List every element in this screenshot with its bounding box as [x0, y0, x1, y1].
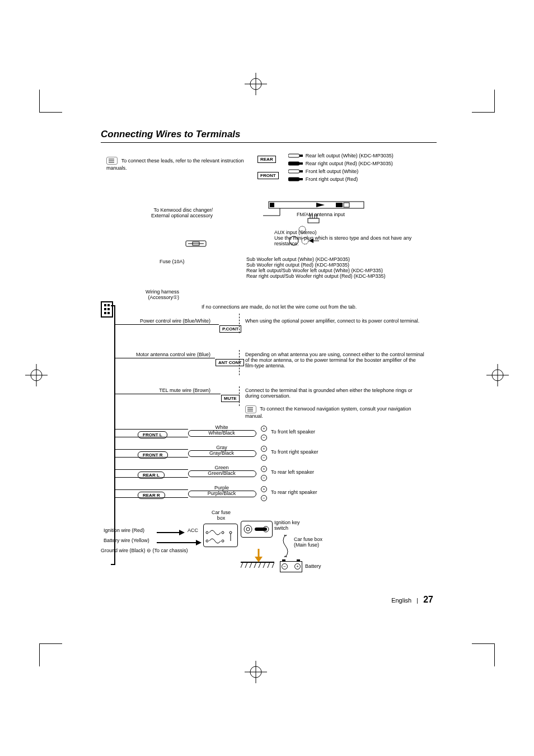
rear-label: REAR — [257, 156, 276, 163]
crop-mark — [472, 90, 495, 113]
rear-left-output: Rear left output (White) (KDC-MP3035) — [306, 153, 394, 158]
svg-point-48 — [206, 540, 208, 542]
fuse-label: Fuse (10A) — [160, 259, 185, 264]
mute-dash — [239, 386, 240, 406]
speaker-color2: Green/Black — [188, 470, 255, 476]
front-left-output: Front left output (White) — [306, 169, 359, 174]
aux-desc: Use the mini-plug which is stereo type a… — [274, 235, 414, 246]
subwoofer-block: Sub Woofer left output (White) (KDC-MP30… — [246, 256, 437, 279]
battery-label: Battery — [305, 563, 321, 569]
svg-rect-54 — [255, 528, 267, 531]
mute-line — [115, 394, 221, 394]
crop-mark — [39, 643, 62, 666]
antcont-dash — [239, 350, 240, 375]
speaker-tag: REAR R — [138, 492, 165, 499]
ignition-switch-icon — [241, 521, 273, 538]
svg-rect-41 — [107, 304, 110, 306]
mute-tag: MUTE — [221, 395, 240, 402]
fuse-icon — [185, 239, 207, 250]
speaker-dest: To front right speaker — [271, 449, 318, 455]
front-right-output: Front right output (Red) — [306, 176, 358, 182]
svg-rect-14 — [288, 162, 299, 165]
svg-line-63 — [250, 562, 252, 568]
footer-lang: English — [391, 597, 411, 604]
intro-note-text: To connect these leads, refer to the rel… — [106, 158, 243, 171]
svg-rect-15 — [299, 162, 303, 165]
antenna-input-label: FM/AM antenna input — [297, 212, 345, 217]
intro-note: To connect these leads, refer to the rel… — [106, 157, 246, 171]
svg-point-49 — [222, 540, 224, 542]
plus-icon: + — [261, 486, 267, 492]
svg-marker-57 — [179, 530, 185, 535]
svg-rect-43 — [107, 308, 110, 310]
speaker-color1: White — [188, 424, 255, 430]
title-rule — [101, 142, 437, 143]
page-footer: English | 27 — [391, 595, 433, 605]
plus-icon: + — [261, 446, 267, 452]
note-icon — [245, 405, 256, 413]
battery-icon: + − — [280, 561, 302, 572]
antcont-line — [115, 358, 215, 358]
pcont-name: Power control wire (Blue/White) — [115, 318, 210, 324]
svg-rect-40 — [104, 304, 106, 306]
arrow-icon — [157, 540, 202, 547]
ignition-key-label: Ignition key switch — [274, 520, 308, 531]
pcont-dash — [239, 314, 240, 333]
minus-icon: − — [261, 435, 267, 441]
speaker-color2: Gray/Black — [188, 450, 255, 456]
svg-line-62 — [245, 562, 247, 568]
mute-name: TEL mute wire (Brown) — [115, 388, 210, 393]
svg-rect-32 — [308, 218, 319, 223]
no-connection-note: If no connections are made, do not let t… — [202, 304, 425, 310]
svg-point-47 — [222, 531, 224, 534]
rear-right-sw: Rear right output/Sub Woofer right outpu… — [246, 273, 437, 279]
svg-rect-13 — [299, 155, 303, 157]
disc-changer-label: To Kenwood disc changer/ External option… — [134, 207, 213, 218]
registration-mark — [245, 661, 267, 683]
footer-page: 27 — [423, 595, 433, 604]
svg-line-68 — [272, 562, 274, 568]
speaker-color1: Purple — [188, 485, 255, 491]
speaker-tag: FRONT R — [138, 451, 168, 459]
note-icon — [106, 157, 118, 165]
mute-nav-note: To connect the Kenwood navigation system… — [245, 405, 424, 419]
svg-line-66 — [263, 562, 265, 568]
sw-right: Sub Woofer right output (Red) (KDC-MP303… — [246, 262, 437, 268]
fuse-box-icon — [203, 524, 238, 547]
crop-mark — [39, 90, 62, 113]
svg-point-52 — [244, 525, 252, 533]
front-label: FRONT — [257, 172, 279, 179]
svg-marker-59 — [196, 540, 202, 545]
svg-rect-44 — [104, 312, 106, 314]
svg-marker-22 — [316, 203, 325, 207]
mute-nav-text: To connect the Kenwood navigation system… — [245, 406, 411, 419]
crop-mark — [472, 643, 495, 666]
speaker-color1: Gray — [188, 445, 255, 450]
ground-wire-label: Ground wire (Black) ⊖ (To car chassis) — [101, 548, 188, 553]
svg-rect-18 — [288, 178, 299, 181]
svg-rect-16 — [288, 170, 299, 173]
antcont-desc: Depending on what antenna you are using,… — [245, 352, 424, 368]
speaker-color2: Purple/Black — [188, 491, 255, 496]
svg-rect-17 — [299, 170, 303, 172]
speaker-dest: To rear right speaker — [271, 489, 317, 495]
svg-rect-12 — [288, 154, 299, 157]
svg-point-50 — [229, 531, 232, 534]
battery-wire-label: Battery wire (Yellow) — [104, 538, 149, 543]
harness-label: Wiring harness (Accessory①) — [123, 289, 179, 300]
unit-drawing — [263, 196, 369, 258]
svg-marker-70 — [255, 557, 263, 562]
svg-rect-42 — [104, 308, 106, 310]
speaker-color1: Green — [188, 465, 255, 470]
svg-rect-19 — [299, 178, 303, 180]
speaker-dest: To rear left speaker — [271, 469, 314, 475]
main-fuse-icon — [280, 535, 291, 558]
speaker-color2: White/Black — [188, 430, 255, 436]
acc-label: ACC — [188, 528, 198, 533]
car-fuse-box-label: Car fuse box — [207, 510, 235, 521]
registration-mark — [245, 73, 267, 95]
sw-left: Sub Woofer left output (White) (KDC-MP30… — [246, 256, 437, 262]
plus-icon: + — [261, 466, 267, 472]
speaker-tag: FRONT L — [138, 431, 167, 438]
rear-left-sw: Rear left output/Sub Woofer left output … — [246, 268, 437, 273]
